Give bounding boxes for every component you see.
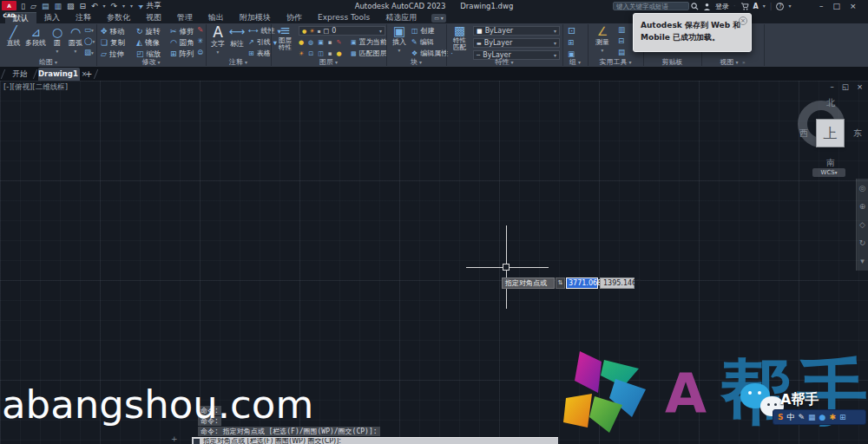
viewport-close-icon[interactable]: × (857, 82, 863, 91)
insert-block-button[interactable]: ▣ 插入 ▾ (389, 24, 410, 56)
tab-insert[interactable]: 插入 (36, 12, 68, 23)
compass-north-label[interactable]: 北 (826, 97, 835, 109)
layer-tool-icon[interactable]: ◍ (308, 38, 313, 48)
save-icon[interactable]: ▤ (42, 0, 49, 12)
offset-button[interactable]: ⊜ (197, 48, 203, 57)
maximize-button[interactable]: □ (833, 2, 841, 10)
panel-label-layers[interactable]: 图层▾ (271, 57, 386, 66)
share-button[interactable]: ➤ 共享 (138, 1, 161, 11)
layer-tool-icon[interactable]: ● (299, 38, 304, 48)
panel-label-block[interactable]: 块▾ (386, 57, 446, 66)
navigation-bar[interactable]: ◎ ⊕ ◇ ↻ ▾ (856, 179, 868, 271)
layer-properties-button[interactable]: ≡ 图层 特性 (273, 24, 297, 51)
text-dropdown-icon[interactable]: ▾ (217, 48, 220, 57)
edit-block-button[interactable]: ✎ 编辑 (411, 37, 434, 48)
ribbon-display-toggle-icon[interactable]: ▭ ▾ (431, 14, 446, 23)
arc-button[interactable]: ◠ 圆弧 ▾ (66, 25, 85, 56)
ime-pen-icon[interactable]: ✎ (798, 410, 805, 424)
dynamic-input-y-field[interactable]: 1395.1467 (600, 278, 635, 289)
ungroup-button[interactable]: ⊞ (568, 38, 574, 48)
tab-addins[interactable]: 附加模块 (232, 12, 279, 23)
plot-icon[interactable]: ▨ (67, 0, 75, 12)
match-properties-button[interactable]: ▩ 特性 匹配 (449, 24, 470, 51)
drawing-canvas[interactable]: [-][俯视][二维线框] – ◱ × 上 北 西 东 南 WCS▾ ◎ ⊕ ◇… (0, 81, 868, 444)
tab-manage[interactable]: 管理 (169, 12, 201, 23)
panel-label-utilities[interactable]: 实用工具▾ (588, 57, 643, 66)
circle-button[interactable]: ○ 圆 ▾ (49, 25, 66, 56)
trim-button[interactable]: ✂修剪 (170, 26, 194, 36)
ime-grid-icon[interactable]: ⊞ (839, 410, 846, 424)
file-tab-drawing1[interactable]: Drawing1× (38, 68, 80, 81)
wcs-dropdown[interactable]: WCS▾ (812, 168, 845, 177)
mirror-button[interactable]: ◭镜像 (136, 37, 160, 48)
undo-icon[interactable]: ↶ (91, 0, 98, 12)
tab-express-tools[interactable]: Express Tools (310, 12, 378, 23)
search-input[interactable] (613, 2, 689, 10)
sign-in-button[interactable]: 登录 (715, 2, 729, 11)
orbit-icon[interactable]: ↻ (859, 238, 866, 247)
ime-language-mode[interactable]: 中 (786, 410, 794, 424)
rectangle-button[interactable]: ▭▾ (84, 25, 94, 36)
app-store-cart-icon[interactable] (740, 3, 749, 10)
undo-dropdown-icon[interactable]: ▾ (103, 0, 106, 12)
viewcube-top-face[interactable]: 上 (816, 119, 845, 147)
input-method-toolbar[interactable]: S 中 ✎ ▦ ● ✱ ⊞ (773, 409, 866, 425)
dynamic-input-x-field[interactable]: 3771.0683 (566, 278, 598, 289)
quick-calc-button[interactable]: ⊟ (618, 36, 624, 46)
lineweight-dropdown[interactable]: ▬ ByLayer ▾ (473, 38, 560, 48)
open-file-icon[interactable]: ▱ (30, 0, 36, 12)
ime-logo[interactable]: S (778, 410, 783, 424)
redo-dropdown-icon[interactable]: ▾ (122, 0, 125, 12)
move-button[interactable]: ✥移动 (101, 26, 125, 36)
tab-annotate[interactable]: 注释 (68, 12, 99, 23)
command-input-bar[interactable]: 指定对角点或 [栏选(F) 圈围(WP) 圈交(CP)]: (192, 437, 558, 444)
save-as-icon[interactable]: ▥ (54, 0, 62, 12)
quick-select-button[interactable]: ▥ (618, 25, 625, 35)
qat-customize-icon[interactable]: ▾ (130, 0, 133, 12)
layer-tool-icon[interactable]: ▣ (318, 38, 324, 48)
dimension-button[interactable]: ⟷ 标注 (227, 24, 247, 48)
new-drawing-tab-button[interactable]: + (85, 68, 92, 81)
copy-button[interactable]: ❏复制 (101, 37, 125, 48)
user-icon[interactable] (703, 3, 711, 10)
tab-parametric[interactable]: 参数化 (99, 12, 138, 23)
tab-output[interactable]: 输出 (201, 12, 232, 23)
help-icon[interactable]: ? (776, 3, 784, 10)
zoom-icon[interactable]: ◇ (859, 220, 865, 229)
command-window-grip-icon[interactable]: + (171, 434, 178, 443)
compass-west-label[interactable]: 西 (799, 127, 808, 140)
id-point-button[interactable]: ▤ (618, 48, 625, 57)
ellipse-button[interactable]: ◯▾ (84, 36, 95, 47)
explode-button[interactable]: ✳ (197, 36, 203, 46)
autodesk-app-dropdown-icon[interactable]: ▾ (763, 0, 766, 12)
compass-east-label[interactable]: 东 (853, 127, 862, 140)
tab-featured-apps[interactable]: 精选应用 (378, 12, 424, 23)
fillet-button[interactable]: ◠圆角 (170, 37, 194, 48)
panel-label-modify[interactable]: 修改▾ (96, 57, 206, 66)
measure-dropdown-icon[interactable]: ▾ (602, 46, 604, 56)
text-button[interactable]: A 文字 ▾ (208, 24, 227, 57)
ime-keyboard-icon[interactable]: ▦ (808, 410, 816, 424)
panel-overflow-icon[interactable]: » (742, 59, 746, 65)
print-icon[interactable]: ⊟ (79, 0, 86, 12)
file-tab-start[interactable]: 开始 (7, 68, 33, 81)
circle-dropdown-icon[interactable]: ▾ (56, 47, 59, 56)
viewport-controls[interactable]: [-][俯视][二维线框] (3, 82, 68, 93)
make-current-button[interactable]: ▣ 置为当前 (351, 37, 387, 48)
notification-close-icon[interactable]: × (739, 16, 747, 25)
arc-dropdown-icon[interactable]: ▾ (75, 47, 77, 56)
panel-label-properties[interactable]: 特性▾ (446, 57, 562, 66)
panel-label-group[interactable]: 组▾ (562, 57, 588, 66)
help-dropdown-icon[interactable]: ▾ (788, 0, 791, 12)
create-block-button[interactable]: ◫ 创建 (411, 26, 435, 36)
layer-dropdown[interactable]: ● ☀ ▪ □ 0 ▾ (299, 26, 385, 36)
ime-mic-icon[interactable]: ● (819, 410, 826, 424)
insert-dropdown-icon[interactable]: ▾ (398, 46, 401, 56)
erase-button[interactable]: ✎ (197, 25, 203, 35)
polyline-button[interactable]: ⊿ 多段线 (21, 25, 50, 47)
navbar-more-icon[interactable]: ▾ (860, 257, 865, 265)
layer-tool-icon[interactable]: ✎ (337, 38, 342, 48)
pan-icon[interactable]: ⊕ (859, 202, 866, 211)
panel-label-annotate[interactable]: 注释▾ (206, 57, 271, 66)
group-button[interactable]: ⊡ (568, 26, 575, 36)
